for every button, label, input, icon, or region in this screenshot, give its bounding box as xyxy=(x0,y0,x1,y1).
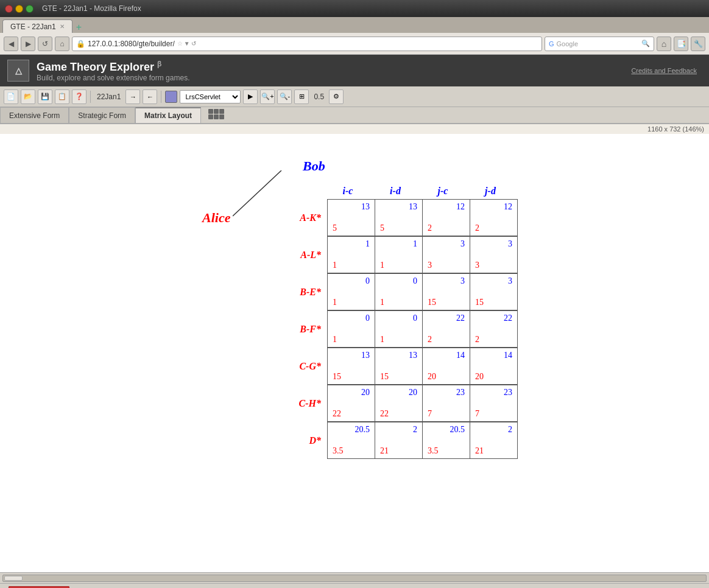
search-icon[interactable]: 🔍 xyxy=(641,40,650,47)
scrollbar-area[interactable] xyxy=(0,572,709,583)
cell-bottom-r6-c3: 21 xyxy=(475,446,484,456)
col-header-0: i-c xyxy=(324,186,372,199)
search-box[interactable]: G Google 🔍 xyxy=(545,37,654,51)
maximize-button[interactable] xyxy=(26,5,34,13)
window-controls[interactable] xyxy=(5,5,34,13)
cell-r5-c0[interactable]: 2022 xyxy=(328,385,375,422)
tab-strategic-form-label: Strategic Form xyxy=(78,111,126,120)
url-bar[interactable]: 🔒 127.0.0.1:8080/gte/builder/ ☆ ▼ ↺ xyxy=(72,37,542,51)
cell-top-r6-c1: 2 xyxy=(413,425,417,435)
new-button[interactable]: 📄 xyxy=(4,89,18,104)
cell-top-r5-c1: 20 xyxy=(409,388,417,397)
cell-r4-c1[interactable]: 1315 xyxy=(375,348,423,385)
cell-r1-c2[interactable]: 33 xyxy=(423,237,470,273)
bookmarks-button[interactable]: ⌂ xyxy=(657,37,671,51)
cell-r5-c3[interactable]: 237 xyxy=(470,385,518,422)
save-button[interactable]: 💾 xyxy=(38,89,52,104)
solver-select[interactable]: LrsCServlet xyxy=(180,90,241,103)
matrix-row-6: D*20.53.522120.53.5221 xyxy=(278,422,518,459)
cell-r2-c2[interactable]: 315 xyxy=(423,274,470,310)
tab-strategic-form[interactable]: Strategic Form xyxy=(69,107,135,123)
matrix-rows: A-K*135135122122A-L*11113333B-E*01013153… xyxy=(278,199,518,459)
cell-r5-c1[interactable]: 2022 xyxy=(375,385,423,422)
scroll-track[interactable] xyxy=(2,575,707,582)
credits-link[interactable]: Credits and Feedback xyxy=(631,67,697,74)
cell-bottom-r0-c1: 5 xyxy=(380,223,384,233)
cell-r6-c2[interactable]: 20.53.5 xyxy=(423,422,470,459)
settings-button[interactable]: ⚙ xyxy=(329,89,344,104)
cell-r2-c1[interactable]: 01 xyxy=(375,274,423,310)
new-tab-button[interactable]: + xyxy=(76,22,82,33)
row-label-3: B-F* xyxy=(278,324,327,335)
cell-bottom-r6-c2: 3.5 xyxy=(428,446,439,456)
home-button[interactable]: ⌂ xyxy=(55,37,69,51)
zoom-in-button[interactable]: 🔍+ xyxy=(260,89,275,104)
scroll-thumb[interactable] xyxy=(4,576,23,581)
cell-bottom-r1-c2: 3 xyxy=(428,261,432,270)
reload-button[interactable]: ↺ xyxy=(38,37,52,51)
cell-top-r0-c2: 12 xyxy=(456,202,465,212)
help-button[interactable]: ❓ xyxy=(72,89,86,104)
cell-r0-c2[interactable]: 122 xyxy=(423,200,470,236)
cell-top-r6-c3: 2 xyxy=(508,425,512,435)
cell-r3-c3[interactable]: 222 xyxy=(470,311,518,348)
cell-bottom-r2-c0: 1 xyxy=(333,298,337,307)
cell-r3-c1[interactable]: 01 xyxy=(375,311,423,348)
cell-top-r1-c0: 1 xyxy=(365,239,370,249)
cell-bottom-r0-c3: 2 xyxy=(475,223,479,233)
url-arrow-icon[interactable]: ▼ xyxy=(184,40,190,47)
cell-r3-c2[interactable]: 222 xyxy=(423,311,470,348)
cell-bottom-r2-c1: 1 xyxy=(380,298,384,307)
tab-close-icon[interactable]: ✕ xyxy=(60,23,65,30)
cell-r6-c1[interactable]: 221 xyxy=(375,422,423,459)
cell-top-r2-c1: 0 xyxy=(413,276,417,286)
cell-r1-c1[interactable]: 11 xyxy=(375,237,423,273)
cell-top-r4-c2: 14 xyxy=(456,351,465,360)
forward-button[interactable]: ▶ xyxy=(21,37,35,51)
fit-button[interactable]: ⊞ xyxy=(294,89,309,104)
cell-r1-c3[interactable]: 33 xyxy=(470,237,518,273)
cell-r4-c3[interactable]: 1420 xyxy=(470,348,518,385)
cell-r0-c3[interactable]: 122 xyxy=(470,200,518,236)
import-button[interactable]: ← xyxy=(143,89,157,104)
minimize-button[interactable] xyxy=(15,5,23,13)
title-bar: GTE - 22Jan1 - Mozilla Firefox xyxy=(0,0,709,17)
grid-cell-2 xyxy=(214,109,219,114)
app-subtitle: Build, explore and solve extensive form … xyxy=(37,74,624,82)
cell-r0-c0[interactable]: 135 xyxy=(328,200,375,236)
cell-r4-c2[interactable]: 1420 xyxy=(423,348,470,385)
cell-r2-c3[interactable]: 315 xyxy=(470,274,518,310)
col-header-1: i-d xyxy=(372,186,419,199)
cell-r1-c0[interactable]: 11 xyxy=(328,237,375,273)
browser-tab[interactable]: GTE - 22Jan1 ✕ xyxy=(2,19,72,33)
back-button[interactable]: ◀ xyxy=(4,37,18,51)
zoom-value: 0.5 xyxy=(311,93,326,101)
cell-r5-c2[interactable]: 237 xyxy=(423,385,470,422)
export-button[interactable]: → xyxy=(125,89,140,104)
cell-r6-c0[interactable]: 20.53.5 xyxy=(328,422,375,459)
close-button[interactable] xyxy=(5,5,13,13)
save-as-button[interactable]: 📋 xyxy=(55,89,69,104)
tab-matrix-layout[interactable]: Matrix Layout xyxy=(135,107,201,123)
cell-top-r0-c1: 13 xyxy=(409,202,417,212)
open-button[interactable]: 📂 xyxy=(21,89,35,104)
cell-r3-c0[interactable]: 01 xyxy=(328,311,375,348)
cell-r6-c3[interactable]: 221 xyxy=(470,422,518,459)
cell-bottom-r3-c2: 2 xyxy=(428,335,432,345)
cell-r4-c0[interactable]: 1315 xyxy=(328,348,375,385)
url-star-icon[interactable]: ☆ xyxy=(177,40,183,47)
solve-button[interactable]: ▶ xyxy=(243,89,258,104)
cell-r2-c0[interactable]: 01 xyxy=(328,274,375,310)
cell-top-r6-c2: 20.5 xyxy=(450,425,465,435)
cell-top-r2-c3: 3 xyxy=(508,276,512,286)
browser-tab-bar: GTE - 22Jan1 ✕ + xyxy=(0,17,709,33)
tools-button[interactable]: 🔧 xyxy=(691,37,705,51)
url-refresh-icon[interactable]: ↺ xyxy=(191,40,196,47)
cell-top-r3-c2: 22 xyxy=(456,313,465,323)
bookmarks-list-button[interactable]: 📑 xyxy=(674,37,688,51)
cell-bottom-r1-c1: 1 xyxy=(380,261,384,270)
tab-extensive-form[interactable]: Extensive Form xyxy=(0,107,69,123)
zoom-out-button[interactable]: 🔍- xyxy=(277,89,292,104)
browser-tab-label: GTE - 22Jan1 xyxy=(10,23,56,31)
cell-r0-c1[interactable]: 135 xyxy=(375,200,423,236)
